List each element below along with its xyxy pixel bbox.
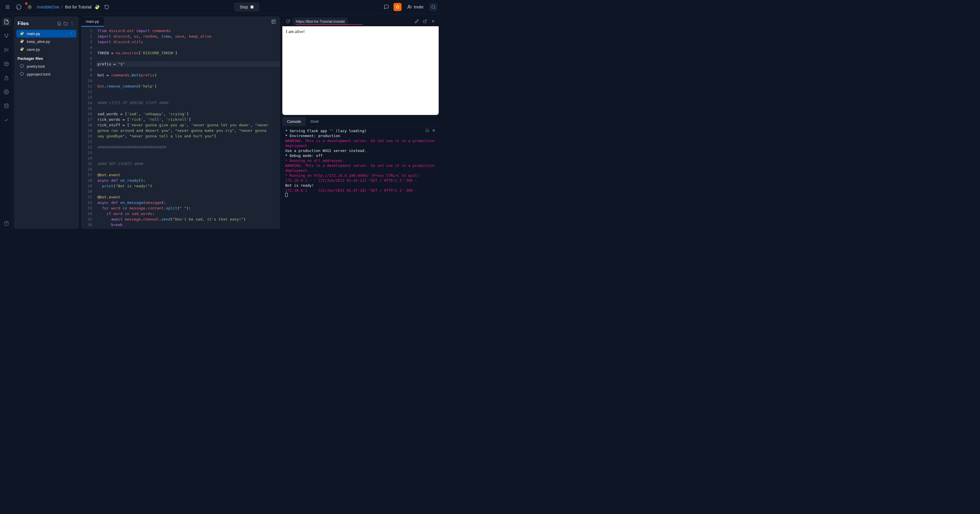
console-line: * Running on http://172.18.0.196:8080/ (… [285,173,436,178]
activity-secrets[interactable] [2,73,11,82]
hamburger-menu-icon[interactable] [3,3,12,11]
console-panel: Console Shell * Serving Flask app '' (la… [282,117,439,229]
user-avatar[interactable] [25,3,34,11]
code-editor[interactable]: 1234567891011121314151617181920212223242… [81,27,280,229]
tab-shell[interactable]: Shell [305,117,323,126]
packager-file-item[interactable]: pyproject.toml [16,70,76,78]
tab-console[interactable]: Console [282,117,305,126]
svg-line-31 [425,20,426,22]
notification-dot-icon [25,2,27,5]
layout-icon[interactable] [270,18,277,25]
console-output[interactable]: * Serving Flask app '' (lazy loading) * … [282,127,439,229]
webview-body-text: I am alive! [286,29,305,34]
activity-bar [0,14,13,231]
webview-panel: I am alive! [282,16,439,115]
gear-icon [4,89,9,94]
lock-icon [4,75,9,81]
console-line: Bot is ready! [285,183,436,188]
svg-rect-28 [272,20,275,23]
file-name: keep_alive.py [27,40,50,44]
package-file-icon [20,64,24,69]
svg-point-11 [7,34,8,35]
python-file-icon [20,39,24,44]
history-icon[interactable] [103,3,111,11]
file-name: pyproject.toml [27,72,51,76]
file-item[interactable]: keep_alive.py [16,38,76,46]
new-folder-icon[interactable] [62,21,69,27]
svg-point-34 [426,129,428,132]
console-line: WARNING: This is a development server. D… [285,138,436,148]
user-plus-icon [407,5,412,10]
svg-point-22 [72,22,72,23]
console-line: * Environment: production [285,133,436,138]
git-branch-icon [4,33,9,38]
box-icon [4,61,9,67]
breadcrumb-separator: / [62,5,63,10]
console-line: 172.18.0.1 - - [21/Jun/2021 02:45:12] "G… [285,178,436,183]
activity-debugger[interactable] [2,46,11,54]
more-icon[interactable] [69,21,75,27]
python-file-icon [20,47,24,52]
stop-button[interactable]: Stop [234,3,259,11]
editor-tab-bar: main.py [81,16,280,27]
activity-database[interactable] [2,102,11,110]
svg-point-27 [71,34,72,35]
file-item[interactable]: main.py [16,30,76,38]
file-more-icon[interactable] [69,32,73,36]
new-file-icon[interactable] [56,21,62,27]
console-line: * Running on all addresses. [285,158,436,163]
refresh-icon[interactable] [285,18,291,24]
svg-line-9 [434,8,435,9]
svg-point-26 [71,33,72,33]
sidebar-title: Files [18,21,56,27]
chat-icon[interactable] [382,3,391,11]
svg-point-4 [28,5,32,9]
file-item[interactable]: save.py [16,46,76,53]
svg-point-10 [5,34,6,35]
breadcrumb-project[interactable]: Bot for Tutorial [65,5,92,10]
console-line: * Serving Flask app '' (lazy loading) [285,128,436,133]
close-icon[interactable] [430,18,436,24]
svg-point-8 [432,5,435,8]
svg-rect-15 [5,78,8,80]
file-name: main.py [27,32,40,36]
console-line: Use a production WSGI server instead. [285,148,436,153]
deploy-button[interactable] [393,3,402,11]
svg-point-23 [72,23,72,24]
breadcrumb: InvisibleOne / Bot for Tutorial [37,5,92,10]
url-underline-annotation [296,24,363,25]
open-external-icon[interactable] [422,18,428,24]
file-name: poetry.lock [27,64,45,68]
search-button[interactable] [430,3,438,11]
breadcrumb-owner[interactable]: InvisibleOne [37,5,59,10]
file-icon [4,19,9,24]
svg-line-35 [428,131,429,132]
activity-files[interactable] [2,18,11,26]
edit-icon[interactable] [414,18,420,24]
svg-point-16 [6,91,7,93]
console-clear-icon[interactable] [432,128,436,134]
console-line: 172.18.0.1 - - [21/Jun/2021 02:47:28] "G… [285,188,436,193]
webview-content[interactable]: I am alive! [282,26,439,115]
activity-packages[interactable] [2,59,11,68]
editor-tab-main[interactable]: main.py [81,17,104,27]
file-name: save.py [27,47,40,52]
python-lang-icon [94,5,100,10]
packager-file-item[interactable]: poetry.lock [16,62,76,70]
replit-logo-icon[interactable] [14,3,23,11]
stop-button-label: Stop [240,5,248,10]
invite-button[interactable]: Invite [404,3,426,11]
invite-button-label: Invite [414,5,423,10]
python-file-icon [20,31,24,36]
check-icon [4,117,9,123]
activity-settings[interactable] [2,88,11,96]
activity-check[interactable] [2,116,11,124]
console-search-icon[interactable] [425,128,430,134]
url-bar [282,16,439,26]
search-icon [431,5,436,10]
code-content[interactable]: from discord.ext import commandsimport d… [96,27,280,229]
activity-version-control[interactable] [2,32,11,40]
svg-point-17 [5,104,8,105]
console-line: WARNING: This is a development server. D… [285,163,436,173]
activity-help[interactable] [2,219,11,228]
